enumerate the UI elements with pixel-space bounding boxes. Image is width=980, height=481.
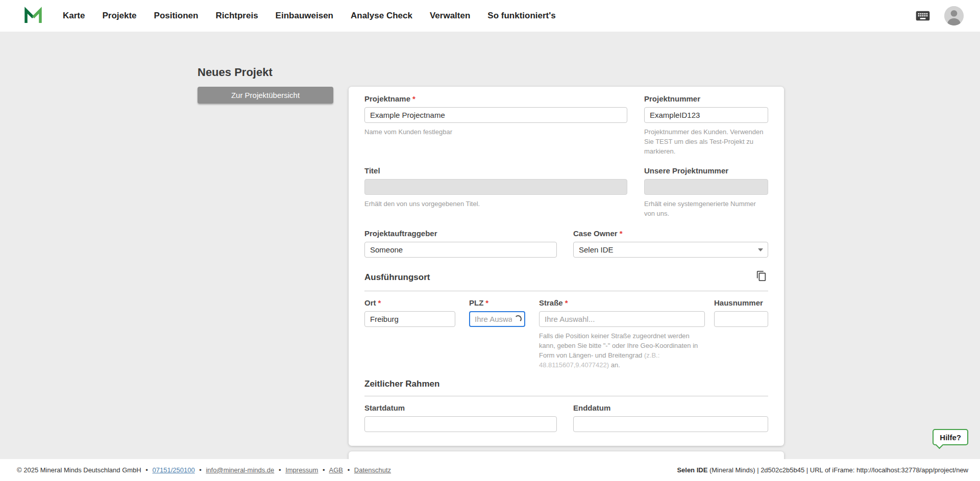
case-owner-select[interactable]: Selen IDE [573, 242, 768, 258]
enddatum-label: Enddatum [573, 403, 768, 412]
section-zeitlicher-rahmen-title: Zeitlicher Rahmen [364, 379, 439, 389]
projektauftraggeber-label: Projektauftraggeber [364, 229, 557, 238]
field-unsere-projektnummer: Unsere Projektnummer Erhält eine systemg… [644, 166, 768, 219]
field-ort: Ort* [364, 298, 455, 327]
section-divider [364, 291, 768, 291]
strasse-label: Straße* [539, 298, 705, 307]
nav-item-projekte[interactable]: Projekte [93, 0, 145, 32]
keyboard-icon[interactable] [915, 8, 931, 24]
required-marker: * [620, 229, 623, 238]
nav-item-karte[interactable]: Karte [54, 0, 93, 32]
field-enddatum: Enddatum [573, 403, 768, 432]
person-icon [944, 6, 964, 26]
nav-item-so-funktionierts[interactable]: So funktioniert's [479, 0, 564, 32]
ort-label: Ort* [364, 298, 455, 307]
required-marker: * [565, 298, 568, 307]
keyboard-icon-glyph [915, 8, 931, 24]
startdatum-label: Startdatum [364, 403, 557, 412]
hausnummer-input[interactable] [714, 311, 768, 327]
titel-label: Titel [364, 166, 627, 175]
titel-input [364, 179, 627, 195]
footer-copyright: © 2025 Mineral Minds Deutschland GmbH [17, 466, 141, 474]
logo-m-icon [23, 6, 43, 26]
user-avatar[interactable] [944, 6, 964, 26]
titel-helper: Erhält den von uns vorgegebenen Titel. [364, 199, 627, 209]
field-projektname: Projektname* Name vom Kunden festlegbar [364, 94, 627, 137]
footer-phone-link[interactable]: 07151/250100 [153, 466, 195, 474]
footer-impressum-link[interactable]: Impressum [285, 466, 318, 474]
strasse-input[interactable] [539, 311, 705, 327]
app-root: Karte Projekte Positionen Richtpreis Ein… [0, 0, 980, 481]
chevron-down-icon [758, 248, 763, 251]
nav-item-einbauweisen[interactable]: Einbauweisen [267, 0, 342, 32]
copy-address-button[interactable] [754, 269, 769, 284]
strasse-helper: Falls die Position keiner Straße zugeord… [539, 332, 705, 370]
footer-email-link[interactable]: info@mineral-minds.de [206, 466, 274, 474]
help-button[interactable]: Hilfe? [933, 429, 968, 445]
footer-session-info: Selen IDE (Mineral Minds) | 2d502c2b5b45… [677, 466, 968, 474]
startdatum-input[interactable] [364, 416, 557, 432]
field-projektauftraggeber: Projektauftraggeber [364, 229, 557, 258]
projektnummer-input[interactable] [644, 107, 768, 123]
project-overview-button[interactable]: Zur Projektübersicht [198, 87, 333, 104]
unsere-projektnummer-label: Unsere Projektnummer [644, 166, 768, 175]
unsere-projektnummer-input [644, 179, 768, 195]
field-startdatum: Startdatum [364, 403, 557, 432]
main-content: Neues Projekt Zur Projektübersicht Proje… [0, 32, 980, 459]
field-strasse: Straße* Falls die Position keiner Straße… [539, 298, 705, 370]
hausnummer-label: Hausnummer [714, 298, 768, 307]
field-titel: Titel Erhält den von uns vorgegebenen Ti… [364, 166, 627, 209]
copy-icon [756, 270, 767, 282]
field-plz: PLZ* [469, 298, 525, 327]
field-projektnummer: Projektnummer Projektnummer des Kunden. … [644, 94, 768, 157]
company-logo[interactable] [22, 5, 44, 27]
section-divider [364, 396, 768, 396]
loading-spinner-icon [514, 315, 522, 322]
nav-item-verwalten[interactable]: Verwalten [421, 0, 479, 32]
case-owner-value: Selen IDE [579, 245, 614, 254]
navbar-actions [915, 6, 980, 26]
next-card-partial [349, 451, 784, 459]
nav-item-positionen[interactable]: Positionen [145, 0, 207, 32]
footer-left: © 2025 Mineral Minds Deutschland GmbH • … [17, 466, 391, 474]
required-marker: * [412, 94, 415, 103]
footer-datenschutz-link[interactable]: Datenschutz [354, 466, 391, 474]
enddatum-input[interactable] [573, 416, 768, 432]
footer-agb-link[interactable]: AGB [329, 466, 343, 474]
required-marker: * [485, 298, 488, 307]
page-title: Neues Projekt [198, 66, 273, 79]
section-ausfuehrungsort-title: Ausführungsort [364, 272, 430, 283]
required-marker: * [378, 298, 381, 307]
footer-session-user: Selen IDE [677, 466, 707, 474]
case-owner-label: Case Owner* [573, 229, 768, 238]
top-navbar: Karte Projekte Positionen Richtpreis Ein… [0, 0, 980, 32]
plz-label: PLZ* [469, 298, 525, 307]
main-nav: Karte Projekte Positionen Richtpreis Ein… [54, 0, 565, 32]
projektnummer-label: Projektnummer [644, 94, 768, 103]
projektname-input[interactable] [364, 107, 627, 123]
projektname-helper: Name vom Kunden festlegbar [364, 128, 627, 137]
project-form-card: Projektname* Name vom Kunden festlegbar … [349, 87, 784, 446]
nav-item-richtpreis[interactable]: Richtpreis [207, 0, 266, 32]
field-hausnummer: Hausnummer [714, 298, 768, 327]
footer: © 2025 Mineral Minds Deutschland GmbH • … [0, 459, 980, 481]
projektnummer-helper: Projektnummer des Kunden. Verwenden Sie … [644, 128, 768, 157]
projektauftraggeber-input[interactable] [364, 242, 557, 258]
ort-input[interactable] [364, 311, 455, 327]
field-case-owner: Case Owner* Selen IDE [573, 229, 768, 258]
unsere-projektnummer-helper: Erhält eine systemgenerierte Nummer von … [644, 199, 768, 219]
nav-item-analyse-check[interactable]: Analyse Check [342, 0, 421, 32]
footer-session-rest: (Mineral Minds) | 2d502c2b5b45 | URL of … [707, 466, 968, 474]
projektname-label: Projektname* [364, 94, 627, 103]
